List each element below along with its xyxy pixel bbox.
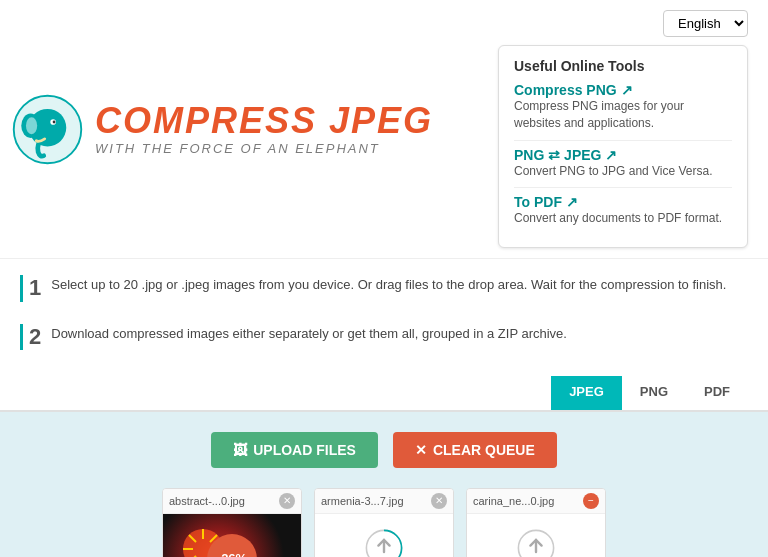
logo-text-container: COMPRESS JPEG WITH THE FORCE OF AN ELEPH… <box>95 103 433 156</box>
clear-icon: ✕ <box>415 442 427 458</box>
step-2-number: 2 <box>20 324 41 350</box>
header: COMPRESS JPEG WITH THE FORCE OF AN ELEPH… <box>0 0 768 259</box>
file-card-2: carina_ne...0.jpg − UPLOADING 0% of 2.4 … <box>466 488 606 557</box>
step-1-number: 1 <box>20 275 41 301</box>
tab-pdf[interactable]: PDF <box>686 376 748 410</box>
tool-divider-2 <box>514 187 732 188</box>
steps-area: 1 Select up to 20 .jpg or .jpeg images f… <box>20 269 748 366</box>
tab-png[interactable]: PNG <box>622 376 686 410</box>
header-right: English Useful Online Tools Compress PNG… <box>498 10 748 248</box>
svg-point-5 <box>53 120 56 123</box>
png-jpeg-link[interactable]: PNG ⇄ JPEG ↗ <box>514 147 732 163</box>
step-2-text: Download compressed images either separa… <box>51 324 567 344</box>
steps-section: 1 Select up to 20 .jpg or .jpeg images f… <box>0 259 768 376</box>
step-1: 1 Select up to 20 .jpg or .jpeg images f… <box>20 269 748 307</box>
tools-panel-title: Useful Online Tools <box>514 58 732 74</box>
file-card-1: armenia-3...7.jpg ✕ UPLOADING 53% of 2.1… <box>314 488 454 557</box>
step-2: 2 Download compressed images either sepa… <box>20 318 748 356</box>
upload-files-button[interactable]: 🖼 UPLOAD FILES <box>211 432 378 468</box>
file-card-1-header: armenia-3...7.jpg ✕ <box>315 489 453 514</box>
file-card-1-body: UPLOADING <box>315 514 453 557</box>
compress-png-desc: Compress PNG images for your websites an… <box>514 98 732 132</box>
upload-area: 🖼 UPLOAD FILES ✕ CLEAR QUEUE ‹ abstract-… <box>0 412 768 557</box>
tool-divider-1 <box>514 140 732 141</box>
clear-queue-button[interactable]: ✕ CLEAR QUEUE <box>393 432 557 468</box>
clear-queue-label: CLEAR QUEUE <box>433 442 535 458</box>
to-pdf-link[interactable]: To PDF ↗ <box>514 194 732 210</box>
language-select[interactable]: English <box>663 10 748 37</box>
file-card-0-body: -26% <box>163 514 301 557</box>
file-card-0-name: abstract-...0.jpg <box>169 495 245 507</box>
upload-icon: 🖼 <box>233 442 247 458</box>
tab-jpeg[interactable]: JPEG <box>551 376 622 410</box>
uploading-icon-2 <box>516 528 556 557</box>
png-jpeg-desc: Convert PNG to JPG and Vice Versa. <box>514 163 732 180</box>
elephant-logo-icon <box>10 92 85 167</box>
logo-subtitle: WITH THE FORCE OF AN ELEPHANT <box>95 141 433 156</box>
file-card-2-body: UPLOADING <box>467 514 605 557</box>
logo-area: COMPRESS JPEG WITH THE FORCE OF AN ELEPH… <box>10 92 433 167</box>
action-buttons: 🖼 UPLOAD FILES ✕ CLEAR QUEUE <box>211 432 557 468</box>
file-card-2-header: carina_ne...0.jpg − <box>467 489 605 514</box>
tabs-bar: JPEG PNG PDF <box>0 376 768 412</box>
useful-tools-panel: Useful Online Tools Compress PNG ↗ Compr… <box>498 45 748 248</box>
logo-title: COMPRESS JPEG <box>95 103 433 139</box>
file-card-1-close[interactable]: ✕ <box>431 493 447 509</box>
files-row-wrapper: ‹ abstract-...0.jpg ✕ <box>20 488 748 557</box>
file-card-0-header: abstract-...0.jpg ✕ <box>163 489 301 514</box>
file-card-0-close[interactable]: ✕ <box>279 493 295 509</box>
compress-png-link[interactable]: Compress PNG ↗ <box>514 82 732 98</box>
upload-files-label: UPLOAD FILES <box>253 442 356 458</box>
file-card-2-close[interactable]: − <box>583 493 599 509</box>
file-card-2-name: carina_ne...0.jpg <box>473 495 554 507</box>
file-card-0: abstract-...0.jpg ✕ <box>162 488 302 557</box>
file-card-1-name: armenia-3...7.jpg <box>321 495 404 507</box>
step-1-text: Select up to 20 .jpg or .jpeg images fro… <box>51 275 726 295</box>
uploading-icon-1 <box>364 528 404 557</box>
prev-arrow[interactable]: ‹ <box>20 545 39 557</box>
next-arrow[interactable]: › <box>729 545 748 557</box>
svg-point-3 <box>26 117 37 134</box>
to-pdf-desc: Convert any documents to PDF format. <box>514 210 732 227</box>
files-row: abstract-...0.jpg ✕ <box>44 488 723 557</box>
